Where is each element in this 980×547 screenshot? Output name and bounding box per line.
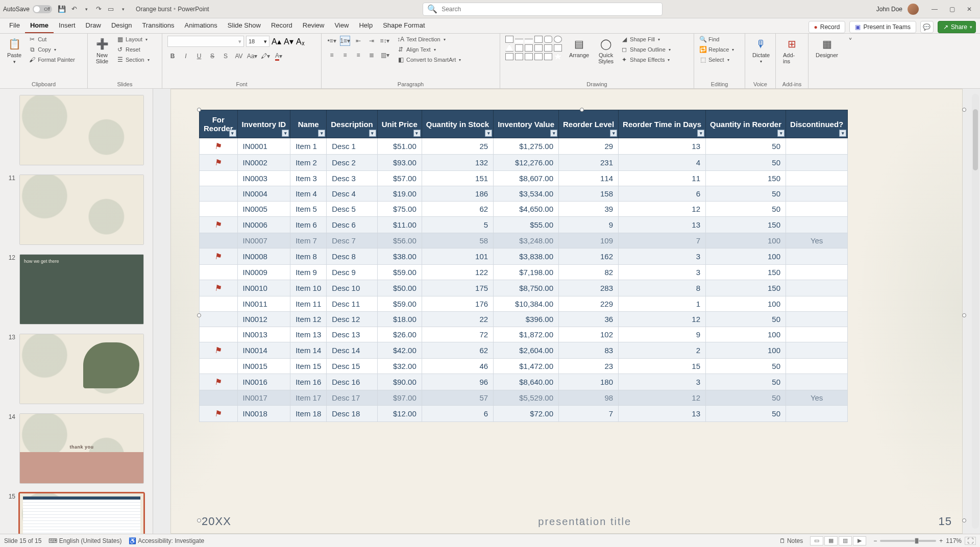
table-cell[interactable]: $38.00 — [377, 248, 422, 265]
table-row[interactable]: IN0012Item 12Desc 12$18.0022$396.0036125… — [200, 312, 848, 327]
filter-dropdown-icon[interactable]: ▾ — [610, 130, 617, 137]
table-cell[interactable]: Desc 11 — [327, 296, 378, 312]
table-cell[interactable]: 22 — [422, 312, 493, 327]
shadow-icon[interactable]: S — [220, 51, 231, 61]
table-cell[interactable]: ⚑ — [200, 248, 238, 265]
slide-thumbnail[interactable] — [19, 95, 144, 165]
table-cell[interactable]: 96 — [422, 374, 493, 390]
table-row[interactable]: ⚑IN0001Item 1Desc 1$51.0025$1,275.002913… — [200, 138, 848, 155]
table-cell[interactable]: Item 18 — [290, 406, 327, 422]
table-cell[interactable]: 102 — [559, 327, 619, 342]
autosave-toggle[interactable]: AutoSave Off — [3, 5, 52, 13]
layout-dropdown-icon[interactable]: ▾ — [145, 37, 148, 42]
table-cell[interactable]: Item 7 — [290, 233, 327, 248]
table-cell[interactable]: $56.00 — [377, 233, 422, 248]
section-dropdown-icon[interactable]: ▾ — [148, 58, 150, 62]
table-cell[interactable] — [200, 312, 238, 327]
table-cell[interactable]: $7,198.00 — [494, 265, 559, 280]
table-cell[interactable]: 150 — [706, 217, 786, 233]
find-button[interactable]: 🔍Find — [699, 36, 734, 43]
table-cell[interactable]: 114 — [559, 171, 619, 186]
chevron-down-icon[interactable]: ▾ — [238, 38, 241, 45]
table-cell[interactable]: 50 — [706, 390, 786, 406]
language-status[interactable]: ⌨ English (United States) — [48, 537, 121, 544]
table-cell[interactable]: 283 — [559, 280, 619, 296]
table-cell[interactable]: 12 — [619, 390, 706, 406]
reset-button[interactable]: ↺Reset — [116, 46, 150, 53]
table-cell[interactable]: 62 — [422, 202, 493, 217]
table-row[interactable]: ⚑IN0002Item 2Desc 2$93.00132$12,276.0023… — [200, 155, 848, 171]
table-cell[interactable]: $51.00 — [377, 138, 422, 155]
table-cell[interactable]: 158 — [559, 186, 619, 202]
filter-dropdown-icon[interactable]: ▾ — [282, 130, 289, 137]
table-cell[interactable]: IN0013 — [237, 327, 290, 342]
table-row[interactable]: IN0004Item 4Desc 4$19.00186$3,534.001586… — [200, 186, 848, 202]
table-cell[interactable]: 180 — [559, 374, 619, 390]
table-cell[interactable]: 100 — [706, 327, 786, 342]
clear-formatting-icon[interactable]: Aᵪ — [296, 37, 306, 46]
table-cell[interactable]: 1 — [619, 296, 706, 312]
zoom-slider-thumb[interactable] — [915, 538, 919, 544]
table-cell[interactable]: 15 — [619, 359, 706, 374]
chevron-down-icon[interactable]: ▾ — [658, 37, 660, 42]
table-cell[interactable]: $2,604.00 — [494, 342, 559, 359]
chevron-down-icon[interactable]: ▾ — [444, 37, 446, 42]
table-cell[interactable]: 50 — [706, 202, 786, 217]
table-cell[interactable]: Item 15 — [290, 359, 327, 374]
table-header-cell[interactable]: Quantity in Stock▾ — [422, 110, 493, 138]
table-row[interactable]: ⚑IN0006Item 6Desc 6$11.005$55.00913150 — [200, 217, 848, 233]
table-cell[interactable]: $55.00 — [494, 217, 559, 233]
table-cell[interactable]: 46 — [422, 359, 493, 374]
change-case-icon[interactable]: Aa▾ — [247, 51, 257, 61]
zoom-value[interactable]: 117% — [946, 537, 962, 544]
table-cell[interactable]: 72 — [422, 327, 493, 342]
table-cell[interactable]: $1,872.00 — [494, 327, 559, 342]
table-cell[interactable] — [786, 312, 848, 327]
table-cell[interactable]: 23 — [559, 359, 619, 374]
table-cell[interactable]: IN0008 — [237, 248, 290, 265]
table-cell[interactable]: $90.00 — [377, 374, 422, 390]
filter-dropdown-icon[interactable]: ▾ — [413, 130, 421, 137]
table-cell[interactable]: IN0007 — [237, 233, 290, 248]
table-cell[interactable]: 9 — [619, 327, 706, 342]
table-cell[interactable]: 150 — [706, 171, 786, 186]
table-cell[interactable] — [786, 171, 848, 186]
filter-dropdown-icon[interactable]: ▾ — [697, 130, 704, 137]
present-in-teams-button[interactable]: ▣ Present in Teams — [849, 21, 916, 33]
selection-handle[interactable] — [962, 108, 966, 112]
table-cell[interactable]: ⚑ — [200, 217, 238, 233]
table-cell[interactable]: Desc 4 — [327, 186, 378, 202]
convert-smartart-button[interactable]: ◧Convert to SmartArt▾ — [397, 56, 461, 63]
filter-dropdown-icon[interactable]: ▾ — [318, 130, 325, 137]
slide-thumbnails-panel[interactable]: 11areas of focus12how we get there13summ… — [0, 89, 153, 534]
table-cell[interactable]: $18.00 — [377, 312, 422, 327]
table-cell[interactable]: $12.00 — [377, 406, 422, 422]
table-cell[interactable]: $1,472.00 — [494, 359, 559, 374]
filter-dropdown-icon[interactable]: ▾ — [550, 130, 557, 137]
zoom-in-button[interactable]: + — [939, 537, 943, 544]
slide-thumbnail[interactable]: summary — [19, 334, 144, 404]
tab-slide-show[interactable]: Slide Show — [223, 18, 266, 33]
table-cell[interactable]: 162 — [559, 248, 619, 265]
table-cell[interactable]: 7 — [619, 233, 706, 248]
tab-help[interactable]: Help — [354, 18, 378, 33]
table-cell[interactable]: $93.00 — [377, 155, 422, 171]
comments-button[interactable]: 💬 — [920, 21, 934, 33]
table-cell[interactable]: 9 — [559, 217, 619, 233]
table-cell[interactable]: $11.00 — [377, 217, 422, 233]
table-cell[interactable] — [200, 296, 238, 312]
table-cell[interactable] — [786, 280, 848, 296]
tab-animations[interactable]: Animations — [180, 18, 223, 33]
table-cell[interactable]: Item 10 — [290, 280, 327, 296]
slideshow-view-icon[interactable]: ▶ — [853, 536, 866, 545]
shape-outline-button[interactable]: ◻Shape Outline▾ — [621, 46, 671, 53]
shapes-gallery[interactable] — [505, 36, 562, 60]
table-cell[interactable] — [200, 233, 238, 248]
table-cell[interactable]: 11 — [619, 171, 706, 186]
text-direction-button[interactable]: ↕AText Direction▾ — [397, 36, 461, 43]
fit-to-window-icon[interactable]: ⛶ — [965, 537, 976, 545]
vertical-scrollbar[interactable] — [972, 94, 979, 529]
align-right-icon[interactable]: ≡ — [353, 50, 363, 60]
table-cell[interactable]: 132 — [422, 155, 493, 171]
table-cell[interactable]: IN0005 — [237, 202, 290, 217]
